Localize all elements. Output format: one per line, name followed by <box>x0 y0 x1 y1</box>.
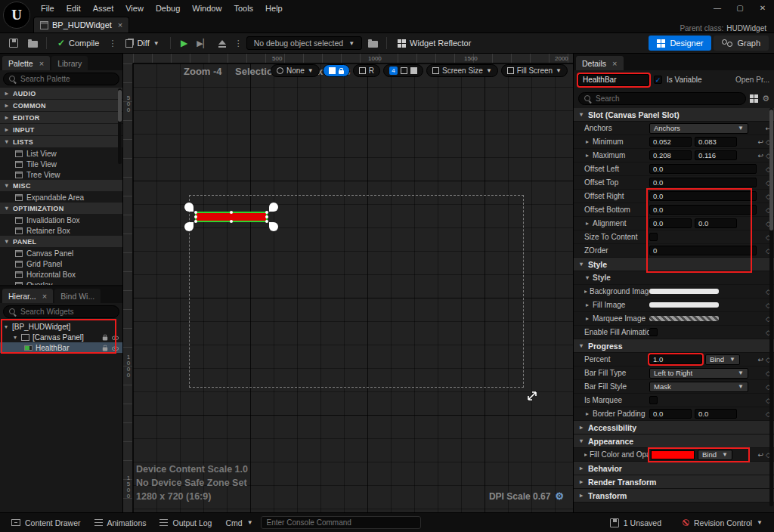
hierarchy-search-input[interactable] <box>20 308 114 316</box>
menu-tools[interactable]: Tools <box>228 2 259 14</box>
fill-image-preview[interactable] <box>649 302 719 308</box>
palette-item-retainer-box[interactable]: Retainer Box <box>0 225 122 236</box>
palette-group-editor[interactable]: ▸EDITOR <box>0 112 122 123</box>
anchor-handle-icon[interactable] <box>269 222 278 231</box>
menu-help[interactable]: Help <box>259 2 289 14</box>
resize-handle[interactable] <box>194 215 197 218</box>
hierarchy-row-healthbar[interactable]: HealthBar <box>0 342 122 353</box>
anchor-handle-icon[interactable] <box>184 203 194 212</box>
tab-close-icon[interactable]: × <box>39 59 44 68</box>
screen-size-dropdown[interactable]: Screen Size ▼ <box>426 64 498 77</box>
open-properties-link[interactable]: Open Pr... <box>735 76 769 84</box>
preview-background-dropdown[interactable]: None ▼ <box>271 64 320 77</box>
eject-button[interactable] <box>214 36 231 51</box>
play-options-icon[interactable]: ⋮ <box>233 39 244 48</box>
minimum-x-input[interactable] <box>649 137 692 147</box>
section-slot[interactable]: ▾Slot (Canvas Panel Slot) <box>574 108 774 122</box>
menu-asset[interactable]: Asset <box>87 2 120 14</box>
palette-item-tile-view[interactable]: Tile View <box>0 159 122 169</box>
widget-name-input[interactable] <box>578 74 649 86</box>
tab-details[interactable]: Details × <box>576 56 624 70</box>
section-behavior[interactable]: ▸Behavior <box>574 462 774 475</box>
fill-color-bind-dropdown[interactable]: Bind▼ <box>698 450 732 460</box>
unsaved-button[interactable]: 1 Unsaved <box>604 515 667 530</box>
palette-group-optimization[interactable]: ▾OPTIMIZATION <box>0 203 122 214</box>
unreal-logo[interactable]: U <box>3 2 30 29</box>
find-debug-object-button[interactable] <box>364 36 381 51</box>
details-search-input[interactable] <box>596 94 741 103</box>
palette-group-audio[interactable]: ▸AUDIO <box>0 88 122 99</box>
palette-item-expandable-area[interactable]: Expandable Area <box>0 192 122 203</box>
menu-view[interactable]: View <box>119 2 150 14</box>
settings-gear-icon[interactable]: ⚙ <box>762 94 769 104</box>
graph-mode-button[interactable]: Graph <box>714 36 769 51</box>
offset-right-input[interactable] <box>649 191 757 201</box>
palette-group-misc[interactable]: ▾MISC <box>0 180 122 191</box>
resize-handle[interactable] <box>265 220 268 223</box>
maximum-x-input[interactable] <box>649 150 692 160</box>
healthbar-widget[interactable] <box>195 212 268 222</box>
minimize-button[interactable]: — <box>706 0 729 16</box>
menu-file[interactable]: File <box>35 2 60 14</box>
design-surface-outline[interactable] <box>189 195 524 388</box>
chevron-down-icon[interactable]: ▾ <box>12 334 18 341</box>
section-render-transform[interactable]: ▸Render Transform <box>574 475 774 489</box>
chevron-down-icon[interactable]: ▾ <box>3 323 9 330</box>
prop-style-group[interactable]: ▾Style <box>574 271 774 285</box>
chevron-right-icon[interactable]: ▸ <box>584 220 590 227</box>
close-button[interactable]: ✕ <box>751 0 774 16</box>
tab-bp-hudwidget[interactable]: BP_HUDWidget × <box>33 17 129 32</box>
hierarchy-row-root[interactable]: ▾ [BP_HUDWidget] <box>0 321 122 332</box>
resize-handle[interactable] <box>265 211 268 214</box>
offset-top-input[interactable] <box>649 178 757 187</box>
chevron-right-icon[interactable]: ▸ <box>584 451 587 458</box>
play-button[interactable]: ▶ <box>176 36 193 51</box>
browse-content-button[interactable] <box>24 36 41 51</box>
offset-left-input[interactable] <box>649 164 757 174</box>
gear-icon[interactable]: ⚙ <box>555 490 564 502</box>
border-padding-y-input[interactable] <box>695 409 737 419</box>
animations-button[interactable]: Animations <box>88 515 153 530</box>
anchor-handle-icon[interactable] <box>269 203 278 212</box>
anchor-handle-icon[interactable] <box>184 222 194 231</box>
resize-handle[interactable] <box>194 220 197 223</box>
chevron-right-icon[interactable]: ▸ <box>584 288 587 295</box>
section-accessibility[interactable]: ▸Accessibility <box>574 421 774 435</box>
offset-bottom-input[interactable] <box>649 205 757 215</box>
resize-handle[interactable] <box>230 211 233 214</box>
palette-item-list-view[interactable]: List View <box>0 148 122 159</box>
outline-toggle-group[interactable]: R <box>353 64 380 77</box>
compile-options-icon[interactable]: ⋮ <box>107 39 118 48</box>
resize-handle[interactable] <box>230 220 233 223</box>
tab-close-icon[interactable]: × <box>42 292 47 301</box>
palette-item-horizontal-box[interactable]: Horizontal Box <box>0 269 122 280</box>
lock-icon[interactable] <box>103 348 107 351</box>
property-matrix-icon[interactable] <box>750 94 758 103</box>
section-transform[interactable]: ▸Transform <box>574 489 774 503</box>
cmd-dropdown[interactable]: Cmd ▼ <box>219 515 259 530</box>
fill-color-swatch[interactable] <box>651 450 695 459</box>
save-button[interactable] <box>5 36 22 51</box>
parent-class-value[interactable]: HUDWidget <box>726 24 766 32</box>
revision-control-button[interactable]: Revision Control ▼ <box>676 515 769 530</box>
palette-item-overlay[interactable]: Overlay <box>0 280 122 285</box>
palette-group-common[interactable]: ▸COMMON <box>0 100 122 111</box>
resize-handle[interactable] <box>265 215 268 218</box>
frame-skip-button[interactable]: ▶▏ <box>195 36 212 51</box>
section-appearance[interactable]: ▾Appearance <box>574 435 774 448</box>
bar-fill-type-dropdown[interactable]: Left to Right▼ <box>649 368 748 379</box>
lock-icon[interactable] <box>103 337 107 341</box>
debug-object-dropdown[interactable]: No debug object selected ▼ <box>246 36 362 50</box>
grid-snap-group[interactable]: 4 <box>383 64 423 77</box>
designer-mode-button[interactable]: Designer <box>649 36 711 51</box>
minimum-y-input[interactable] <box>695 137 737 147</box>
percent-bind-dropdown[interactable]: Bind▼ <box>705 354 740 365</box>
percent-input[interactable] <box>649 354 702 364</box>
alignment-y-input[interactable] <box>695 218 737 228</box>
reset-icon[interactable]: ↩ <box>758 152 764 159</box>
menu-window[interactable]: Window <box>186 2 228 14</box>
menu-debug[interactable]: Debug <box>150 2 186 14</box>
enable-fill-animation-checkbox[interactable] <box>649 328 658 336</box>
size-to-content-checkbox[interactable] <box>649 233 658 241</box>
details-scrollbar[interactable] <box>769 108 773 506</box>
